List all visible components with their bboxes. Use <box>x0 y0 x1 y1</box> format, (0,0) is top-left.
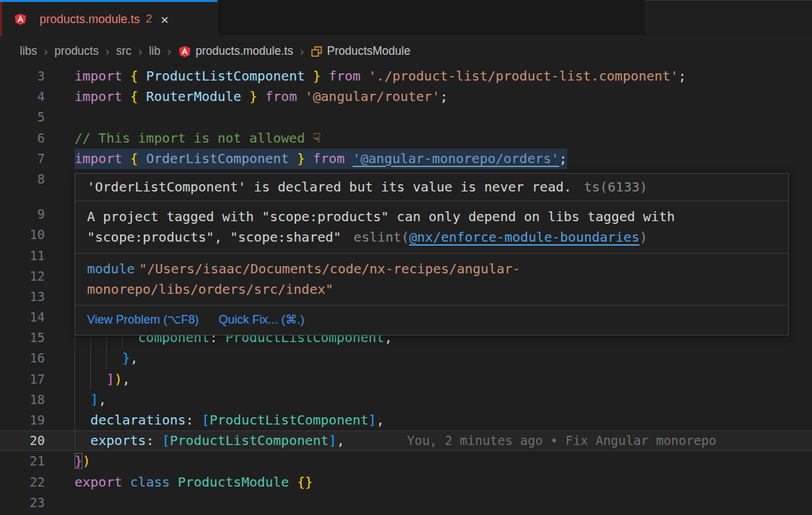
code-line-3[interactable]: 3import { ProductListComponent } from '.… <box>0 66 812 86</box>
line-content: exports: [ProductListComponent], <box>75 430 344 451</box>
line-number: 23 <box>0 493 45 513</box>
breadcrumb-separator: › <box>167 44 171 59</box>
ts-diagnostic-section: 'OrderListComponent' is declared but its… <box>75 174 788 201</box>
breadcrumb-label: lib <box>149 44 161 58</box>
line-number: 21 <box>0 451 45 471</box>
line-number: 6 <box>0 128 45 149</box>
breadcrumb-label: src <box>116 44 131 58</box>
class-icon <box>311 46 323 57</box>
breadcrumb-label: ProductsModule <box>327 44 410 58</box>
breadcrumb-separator: › <box>44 44 47 59</box>
breadcrumb-item-products[interactable]: products <box>55 44 99 58</box>
tab-products-module[interactable]: products.module.ts 2 × <box>0 0 218 36</box>
tab-bar: products.module.ts 2 × <box>0 0 812 36</box>
view-problem-button[interactable]: View Problem (⌥F8) <box>87 310 199 330</box>
line-number: 13 <box>0 287 45 307</box>
eslint-source-close: ) <box>639 229 647 245</box>
line-number: 7 <box>0 149 45 169</box>
ts-error-message: 'OrderListComponent' is declared but its… <box>87 179 572 195</box>
breadcrumb-item-lib[interactable]: lib <box>149 44 161 58</box>
module-keyword: module <box>87 261 135 277</box>
line-number: 12 <box>0 266 45 287</box>
angular-icon <box>178 45 191 58</box>
line-number: 10 <box>0 224 45 245</box>
line-content: ], <box>75 390 106 410</box>
breadcrumb-separator: › <box>299 44 303 59</box>
error-hover-popup: 'OrderListComponent' is declared but its… <box>75 173 789 335</box>
eslint-source-open: eslint( <box>354 229 409 245</box>
hover-status-bar: View Problem (⌥F8) Quick Fix... (⌘.) <box>75 306 788 335</box>
line-content: declarations: [ProductListComponent], <box>75 410 385 430</box>
code-line-23[interactable]: 23 <box>0 493 812 513</box>
line-number: 3 <box>0 66 45 86</box>
module-info-section: module"/Users/isaac/Documents/code/nx-re… <box>75 254 788 306</box>
line-content: import { ProductListComponent } from './… <box>75 66 686 86</box>
git-blame-annotation: You, 2 minutes ago • Fix Angular monorep… <box>407 430 716 451</box>
line-content: // This import is not allowed ☟ <box>75 128 321 149</box>
line-number: 14 <box>0 307 45 327</box>
line-content: import { RouterModule } from '@angular/r… <box>75 86 448 107</box>
line-number: 9 <box>0 204 45 224</box>
line-content: }) <box>75 451 90 471</box>
quick-fix-button[interactable]: Quick Fix... (⌘.) <box>218 310 304 330</box>
module-path: "/Users/isaac/Documents/code/nx-recipes/… <box>87 261 520 297</box>
line-number: 15 <box>0 327 45 348</box>
line-content: ]), <box>75 369 130 390</box>
breadcrumb-item-products-module-ts[interactable]: products.module.ts <box>178 44 294 58</box>
line-number: 20 <box>0 430 45 451</box>
code-line-5[interactable]: 5 <box>0 107 812 127</box>
tabbar-empty-area <box>645 0 812 36</box>
code-line-16[interactable]: 16 }, <box>0 348 812 368</box>
breadcrumb: libs›products›src›lib›products.module.ts… <box>0 36 812 66</box>
line-number: 18 <box>0 390 45 410</box>
angular-icon <box>14 13 27 26</box>
ts-error-code: ts(6133) <box>584 179 647 195</box>
line-number: 8 <box>0 169 45 189</box>
line-number: 11 <box>0 246 45 266</box>
eslint-rule-link[interactable]: @nx/enforce-module-boundaries <box>409 229 639 245</box>
line-number: 5 <box>0 107 45 127</box>
line-number: 22 <box>0 472 45 493</box>
eslint-diagnostic-section: A project tagged with "scope:products" c… <box>75 201 788 254</box>
line-content: }, <box>75 348 138 368</box>
breadcrumb-label: products.module.ts <box>196 44 294 58</box>
code-line-17[interactable]: 17 ]), <box>0 369 812 390</box>
code-line-18[interactable]: 18 ], <box>0 390 812 410</box>
tab-title: products.module.ts <box>40 13 140 26</box>
line-number: 16 <box>0 348 45 368</box>
line-number: 4 <box>0 86 45 107</box>
breadcrumb-label: libs <box>20 44 37 58</box>
code-line-19[interactable]: 19 declarations: [ProductListComponent], <box>0 410 812 430</box>
close-icon[interactable]: × <box>161 13 169 26</box>
code-line-7[interactable]: 7import { OrderListComponent } from '@an… <box>0 149 812 169</box>
breadcrumb-item-src[interactable]: src <box>116 44 131 58</box>
line-content: export class ProductsModule {} <box>75 472 313 493</box>
breadcrumb-separator: › <box>106 44 109 59</box>
code-line-22[interactable]: 22export class ProductsModule {} <box>0 472 812 493</box>
code-line-21[interactable]: 21}) <box>0 451 812 471</box>
tab-badge: 2 <box>146 13 152 26</box>
line-number: 17 <box>0 369 45 390</box>
line-number: 19 <box>0 410 45 430</box>
breadcrumb-separator: › <box>138 44 142 59</box>
code-line-4[interactable]: 4import { RouterModule } from '@angular/… <box>0 86 812 107</box>
breadcrumb-item-productsmodule[interactable]: ProductsModule <box>311 44 410 58</box>
error-squiggle <box>75 164 575 169</box>
breadcrumb-item-libs[interactable]: libs <box>20 44 37 58</box>
code-line-6[interactable]: 6// This import is not allowed ☟ <box>0 128 812 149</box>
code-line-20[interactable]: 20 exports: [ProductListComponent],You, … <box>0 430 812 451</box>
breadcrumb-label: products <box>55 44 99 58</box>
